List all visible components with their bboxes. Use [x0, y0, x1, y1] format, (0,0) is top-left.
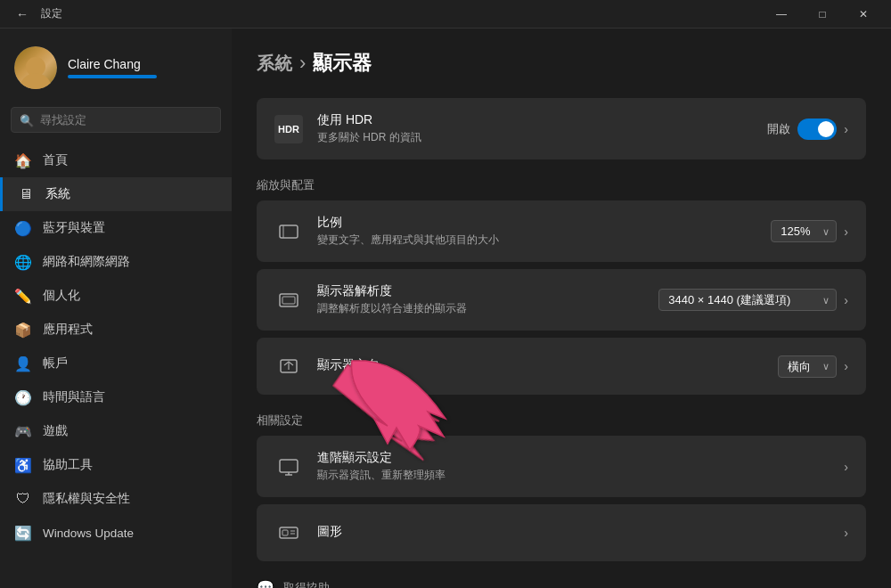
svg-rect-3: [282, 297, 295, 304]
titlebar-controls: — □ ✕: [761, 0, 884, 29]
restore-button[interactable]: □: [802, 0, 843, 29]
advanced-display-card[interactable]: 進階顯示設定 顯示器資訊、重新整理頻率 ›: [257, 436, 866, 497]
orientation-right: 橫向 ›: [778, 355, 848, 378]
system-label: 系統: [45, 186, 70, 202]
user-section: Claire Chang: [0, 39, 232, 103]
sidebar: Claire Chang 🔍 🏠 首頁 🖥 系統 🔵 藍牙與裝置 🌐 網路和網際…: [0, 29, 232, 588]
hdr-toggle-thumb: [818, 121, 834, 137]
time-label: 時間與語言: [43, 389, 105, 405]
search-box[interactable]: 🔍: [11, 107, 221, 133]
nav-list: 🏠 首頁 🖥 系統 🔵 藍牙與裝置 🌐 網路和網際網路 ✏️ 個人化 📦 應用程…: [0, 143, 232, 550]
orientation-chevron: ›: [844, 359, 848, 373]
scale-subtitle: 變更文字、應用程式與其他項目的大小: [317, 233, 756, 248]
orientation-select-wrapper[interactable]: 橫向: [778, 355, 837, 378]
avatar-image: [14, 46, 57, 89]
resolution-subtitle: 調整解析度以符合連接的顯示器: [317, 301, 644, 316]
help-link[interactable]: 💬 取得協助: [257, 579, 866, 588]
related-section-title: 相關設定: [257, 412, 866, 429]
accounts-icon: 👤: [14, 355, 32, 372]
search-icon: 🔍: [20, 113, 34, 127]
hdr-toggle[interactable]: [797, 118, 837, 140]
personalize-label: 個人化: [43, 288, 80, 304]
system-icon: 🖥: [17, 185, 35, 203]
graphics-chevron: ›: [844, 526, 848, 540]
advanced-right: ›: [844, 460, 848, 474]
scale-chevron: ›: [844, 225, 848, 239]
orientation-text: 顯示器方向: [317, 357, 764, 375]
advanced-icon: [274, 453, 303, 481]
scale-section-title: 縮放與配置: [257, 177, 866, 193]
close-button[interactable]: ✕: [843, 0, 884, 29]
help-label: 取得協助: [283, 580, 330, 589]
back-button[interactable]: ←: [11, 4, 34, 25]
sidebar-item-gaming[interactable]: 🎮 遊戲: [0, 414, 232, 448]
resolution-select-wrapper[interactable]: 3440 × 1440 (建議選項): [658, 289, 837, 311]
accounts-label: 帳戶: [43, 355, 68, 372]
sidebar-item-privacy[interactable]: 🛡 隱私權與安全性: [0, 482, 232, 516]
time-icon: 🕐: [14, 388, 32, 406]
advanced-text: 進階顯示設定 顯示器資訊、重新整理頻率: [317, 450, 830, 483]
resolution-card[interactable]: 顯示器解析度 調整解析度以符合連接的顯示器 3440 × 1440 (建議選項)…: [257, 269, 866, 331]
hdr-icon: HDR: [274, 115, 303, 143]
graphics-card[interactable]: 圖形 ›: [257, 504, 866, 561]
graphics-right: ›: [844, 526, 848, 540]
gaming-label: 遊戲: [43, 423, 68, 439]
scale-right: 125% ›: [771, 220, 848, 242]
hdr-card[interactable]: HDR 使用 HDR 更多關於 HDR 的資訊 開啟 ›: [257, 98, 866, 159]
orientation-select[interactable]: 橫向: [778, 355, 837, 378]
resolution-text: 顯示器解析度 調整解析度以符合連接的顯示器: [317, 283, 644, 316]
orientation-card[interactable]: 顯示器方向 橫向 ›: [257, 338, 866, 395]
resolution-right: 3440 × 1440 (建議選項) ›: [658, 289, 848, 311]
titlebar: ← 設定 — □ ✕: [0, 0, 891, 29]
orientation-title: 顯示器方向: [317, 357, 764, 373]
home-icon: 🏠: [14, 151, 32, 169]
scale-card[interactable]: 比例 變更文字、應用程式與其他項目的大小 125% ›: [257, 200, 866, 262]
scale-select-wrapper[interactable]: 125%: [771, 220, 837, 242]
apps-icon: 📦: [14, 321, 32, 339]
home-label: 首頁: [43, 152, 68, 168]
accessibility-label: 協助工具: [43, 457, 93, 473]
footer-links: 💬 取得協助 🔧 提供意見反應: [257, 579, 866, 588]
sidebar-item-bluetooth[interactable]: 🔵 藍牙與裝置: [0, 211, 232, 245]
graphics-text: 圖形: [317, 524, 830, 542]
hdr-title: 使用 HDR: [317, 112, 753, 128]
sidebar-item-home[interactable]: 🏠 首頁: [0, 143, 232, 177]
network-label: 網路和網際網路: [43, 254, 130, 270]
sidebar-item-windows-update[interactable]: 🔄 Windows Update: [0, 516, 232, 550]
resolution-title: 顯示器解析度: [317, 283, 644, 299]
privacy-icon: 🛡: [14, 490, 32, 508]
breadcrumb-parent: 系統: [257, 52, 292, 76]
sidebar-item-apps[interactable]: 📦 應用程式: [0, 313, 232, 347]
privacy-label: 隱私權與安全性: [43, 491, 130, 507]
sidebar-item-personalize[interactable]: ✏️ 個人化: [0, 279, 232, 313]
sidebar-item-network[interactable]: 🌐 網路和網際網路: [0, 245, 232, 279]
gaming-icon: 🎮: [14, 422, 32, 440]
resolution-icon: [274, 286, 303, 314]
svg-rect-10: [282, 530, 288, 535]
minimize-button[interactable]: —: [761, 0, 802, 29]
user-info: Claire Chang: [68, 57, 157, 78]
resolution-chevron: ›: [844, 293, 848, 307]
sidebar-item-system[interactable]: 🖥 系統: [0, 177, 232, 211]
hdr-chevron: ›: [844, 122, 848, 136]
titlebar-left: ← 設定: [11, 4, 62, 25]
sidebar-item-accessibility[interactable]: ♿ 協助工具: [0, 448, 232, 482]
svg-rect-0: [280, 225, 298, 238]
apps-label: 應用程式: [43, 322, 93, 338]
graphics-icon: [274, 519, 303, 547]
graphics-title: 圖形: [317, 524, 830, 540]
search-input[interactable]: [11, 107, 221, 133]
scale-title: 比例: [317, 215, 756, 231]
orientation-icon: [274, 352, 303, 380]
sidebar-item-accounts[interactable]: 👤 帳戶: [0, 347, 232, 380]
scale-text: 比例 變更文字、應用程式與其他項目的大小: [317, 215, 756, 248]
breadcrumb: 系統 › 顯示器: [257, 50, 866, 77]
user-bar: [68, 75, 157, 78]
hdr-right: 開啟 ›: [767, 118, 848, 140]
personalize-icon: ✏️: [14, 287, 32, 305]
svg-rect-6: [280, 460, 298, 472]
scale-select[interactable]: 125%: [771, 220, 837, 242]
resolution-select[interactable]: 3440 × 1440 (建議選項): [658, 289, 837, 311]
titlebar-title: 設定: [41, 6, 62, 21]
sidebar-item-time[interactable]: 🕐 時間與語言: [0, 380, 232, 414]
